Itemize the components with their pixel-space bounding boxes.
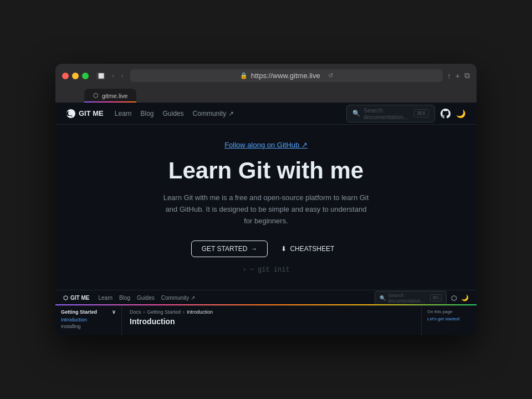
search-placeholder: Search documentation... <box>364 107 411 120</box>
browser-window: ⬜ ‹ › 🔒 https://www.gitme.live ↺ ↑ + ⧉ ⬡… <box>55 64 477 335</box>
mini-breadcrumb: Docs › Getting Started › Introduction <box>130 309 413 315</box>
tab-title: gitme.live <box>102 93 127 99</box>
mini-breadcrumb-docs: Docs <box>130 309 141 315</box>
mini-preview-nav: ⬡ GIT ME Learn Blog Guides Community ↗ 🔍… <box>55 290 477 306</box>
mini-sidebar: Getting Started ∨ Introduction Installin… <box>55 306 122 335</box>
url-display: https://www.gitme.live <box>251 71 320 80</box>
nav-guides[interactable]: Guides <box>163 110 184 117</box>
mini-breadcrumb-sep1: › <box>144 309 145 315</box>
mini-on-page-title: On this page <box>427 309 471 314</box>
mini-main-content: Docs › Getting Started › Introduction In… <box>122 306 421 335</box>
security-icon: 🔒 <box>240 72 248 79</box>
nav-actions: 🔍 Search documentation... ⌘K 🌙 <box>346 105 466 122</box>
hero-buttons: GET STARTED → ⬇ CHEATSHEET <box>191 241 341 257</box>
mini-logo-text: GIT ME <box>70 295 89 301</box>
search-icon: 🔍 <box>352 110 360 117</box>
search-shortcut: ⌘K <box>414 109 429 117</box>
mini-sidebar-chevron: ∨ <box>112 309 116 315</box>
follow-github-link[interactable]: Follow along on GitHub ↗ <box>224 141 308 149</box>
github-icon[interactable] <box>441 109 451 119</box>
get-started-button[interactable]: GET STARTED → <box>191 241 268 257</box>
reload-icon[interactable]: ↺ <box>328 72 333 79</box>
close-button[interactable] <box>62 73 69 79</box>
mini-on-page-item: Let's get started! <box>427 316 471 321</box>
hero-title: Learn Git with me <box>168 158 364 183</box>
mini-breadcrumb-sep2: › <box>183 309 185 315</box>
mini-breadcrumb-intro: Introduction <box>187 309 213 315</box>
mini-sidebar-intro: Introduction <box>61 317 116 323</box>
mini-search-shortcut: ⌘K <box>430 294 442 301</box>
titlebar: ⬜ ‹ › 🔒 https://www.gitme.live ↺ ↑ + ⧉ <box>62 69 470 82</box>
hero-subtitle: Learn Git with me is a free and open-sou… <box>161 192 371 227</box>
browser-chrome: ⬜ ‹ › 🔒 https://www.gitme.live ↺ ↑ + ⧉ ⬡… <box>55 64 477 103</box>
mini-nav-blog: Blog <box>119 295 130 301</box>
terminal-command: ~ git init <box>250 266 290 274</box>
mini-github-icon: ⬡ <box>451 294 457 302</box>
arrow-icon: → <box>250 245 257 253</box>
nav-community[interactable]: Community ↗ <box>193 110 234 117</box>
mini-nav-guides: Guides <box>137 295 155 301</box>
traffic-lights <box>62 73 89 79</box>
nav-blog[interactable]: Blog <box>140 110 154 117</box>
mini-search-icon: 🔍 <box>380 295 386 301</box>
address-bar[interactable]: 🔒 https://www.gitme.live ↺ <box>130 69 443 82</box>
tabs-icon[interactable]: ⧉ <box>464 71 470 80</box>
mini-logo-icon: ⬡ <box>63 295 68 301</box>
mini-sidebar-installing: Installing <box>61 324 116 329</box>
mini-nav-links: Learn Blog Guides Community ↗ <box>98 295 195 301</box>
maximize-button[interactable] <box>82 73 89 79</box>
site-logo: GIT ME <box>66 109 104 118</box>
mini-nav-community: Community ↗ <box>161 295 195 301</box>
bookmark-icon[interactable]: + <box>456 71 460 80</box>
sidebar-toggle[interactable]: ⬜ <box>96 72 105 80</box>
active-tab[interactable]: ⬡ gitme.live <box>84 89 136 103</box>
get-started-label: GET STARTED <box>202 245 248 253</box>
mini-breadcrumb-getting-started: Getting Started <box>147 309 181 315</box>
download-icon: ⬇ <box>281 245 287 253</box>
cheatsheet-label: CHEATSHEET <box>290 245 334 253</box>
theme-toggle-icon[interactable]: 🌙 <box>456 109 466 118</box>
mini-nav-learn: Learn <box>98 295 112 301</box>
terminal-arrow: › <box>242 266 246 274</box>
forward-button[interactable]: › <box>119 70 125 81</box>
browser-actions: ↑ + ⧉ <box>447 71 470 80</box>
hero-section: Follow along on GitHub ↗ Learn Git with … <box>55 125 477 290</box>
website-content: GIT ME Learn Blog Guides Community ↗ 🔍 S… <box>55 103 477 335</box>
nav-arrows: ‹ › <box>110 70 126 81</box>
share-icon[interactable]: ↑ <box>447 71 451 80</box>
mini-nav-actions: 🔍 Search documentation... ⌘K ⬡ 🌙 <box>375 291 469 305</box>
search-box[interactable]: 🔍 Search documentation... ⌘K <box>346 105 435 122</box>
logo-text: GIT ME <box>79 109 104 117</box>
site-nav: GIT ME Learn Blog Guides Community ↗ 🔍 S… <box>55 103 477 125</box>
mini-sidebar-section: Getting Started ∨ <box>61 309 116 315</box>
tab-favicon: ⬡ <box>93 92 99 99</box>
window-controls: ⬜ <box>96 72 105 80</box>
tab-bar: ⬡ gitme.live <box>62 89 470 103</box>
minimize-button[interactable] <box>72 73 79 79</box>
mini-logo: ⬡ GIT ME <box>63 295 89 301</box>
mini-preview: ⬡ GIT ME Learn Blog Guides Community ↗ 🔍… <box>55 290 477 335</box>
back-button[interactable]: ‹ <box>110 70 116 81</box>
cheatsheet-button[interactable]: ⬇ CHEATSHEET <box>274 241 341 257</box>
mini-content-area: Getting Started ∨ Introduction Installin… <box>55 306 477 335</box>
mini-on-page: On this page Let's get started! <box>421 306 477 335</box>
mini-search-box: 🔍 Search documentation... ⌘K <box>375 291 447 305</box>
nav-learn[interactable]: Learn <box>115 110 132 117</box>
mini-sidebar-section-label: Getting Started <box>61 309 97 315</box>
nav-links: Learn Blog Guides Community ↗ <box>115 110 346 117</box>
terminal-hint: › ~ git init <box>242 266 289 274</box>
follow-link-text: Follow along on GitHub ↗ <box>224 141 308 149</box>
mini-theme-icon: 🌙 <box>461 294 469 301</box>
git-logo-icon <box>66 109 75 118</box>
mini-search-placeholder: Search documentation... <box>388 293 428 304</box>
mini-page-title: Introduction <box>130 317 413 326</box>
